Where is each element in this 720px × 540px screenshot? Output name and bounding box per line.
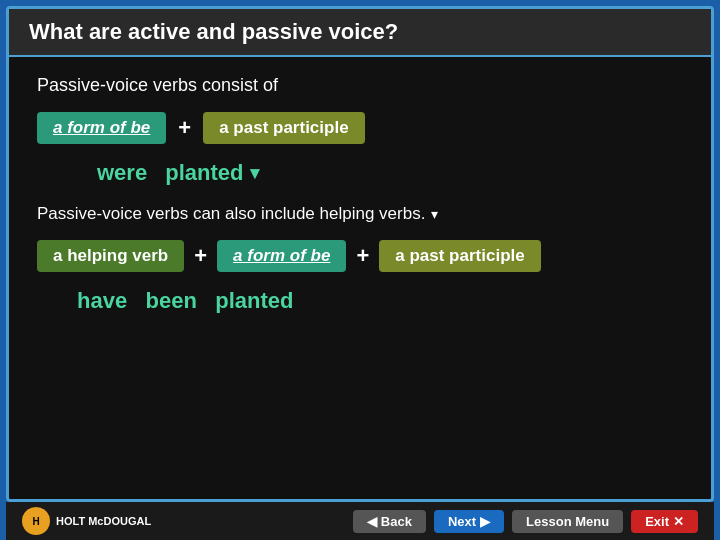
formula-row-2: a helping verb + a form of be + a past p… — [37, 240, 683, 272]
pill-past-participle-2: a past participle — [379, 240, 540, 272]
next-arrow-icon: ▶ — [480, 514, 490, 529]
section1-text: Passive-voice verbs consist of — [37, 75, 683, 96]
plus-sign-1: + — [178, 115, 191, 141]
bottom-nav: H HOLT McDOUGAL ◀ Back Next ▶ Lesson Men… — [6, 502, 714, 540]
back-button[interactable]: ◀ Back — [353, 510, 426, 533]
example1-word1: were — [97, 160, 147, 186]
pill-form-of-be-2: a form of be — [217, 240, 346, 272]
example2-word3: planted — [215, 288, 293, 313]
back-arrow-icon: ◀ — [367, 514, 377, 529]
holt-logo-icon: H — [22, 507, 50, 535]
pill-helping-verb: a helping verb — [37, 240, 184, 272]
holt-logo-text: HOLT McDOUGAL — [56, 515, 151, 527]
exit-button[interactable]: Exit ✕ — [631, 510, 698, 533]
example-line-1: were planted ▾ — [97, 160, 683, 186]
holt-logo: H HOLT McDOUGAL — [22, 507, 151, 535]
content-area: Passive-voice verbs consist of a form of… — [9, 57, 711, 332]
nav-buttons: ◀ Back Next ▶ Lesson Menu Exit ✕ — [353, 510, 698, 533]
pill-past-participle-1: a past participle — [203, 112, 364, 144]
title-bar: What are active and passive voice? — [9, 9, 711, 57]
plus-sign-2: + — [194, 243, 207, 269]
page-title: What are active and passive voice? — [29, 19, 691, 45]
next-button[interactable]: Next ▶ — [434, 510, 504, 533]
lesson-menu-button[interactable]: Lesson Menu — [512, 510, 623, 533]
pill-form-of-be-1: a form of be — [37, 112, 166, 144]
exit-x-icon: ✕ — [673, 514, 684, 529]
example-line-2: have been planted — [77, 288, 683, 314]
section2-text: Passive-voice verbs can also include hel… — [37, 204, 683, 224]
main-panel: What are active and passive voice? Passi… — [6, 6, 714, 502]
plus-sign-3: + — [356, 243, 369, 269]
arrow-down-1: ▾ — [250, 162, 259, 184]
example2-word1: have — [77, 288, 127, 313]
example1-word2: planted — [165, 160, 243, 186]
formula-row-1: a form of be + a past participle — [37, 112, 683, 144]
example2-word2: been — [146, 288, 197, 313]
arrow-down-2: ▾ — [431, 206, 438, 222]
